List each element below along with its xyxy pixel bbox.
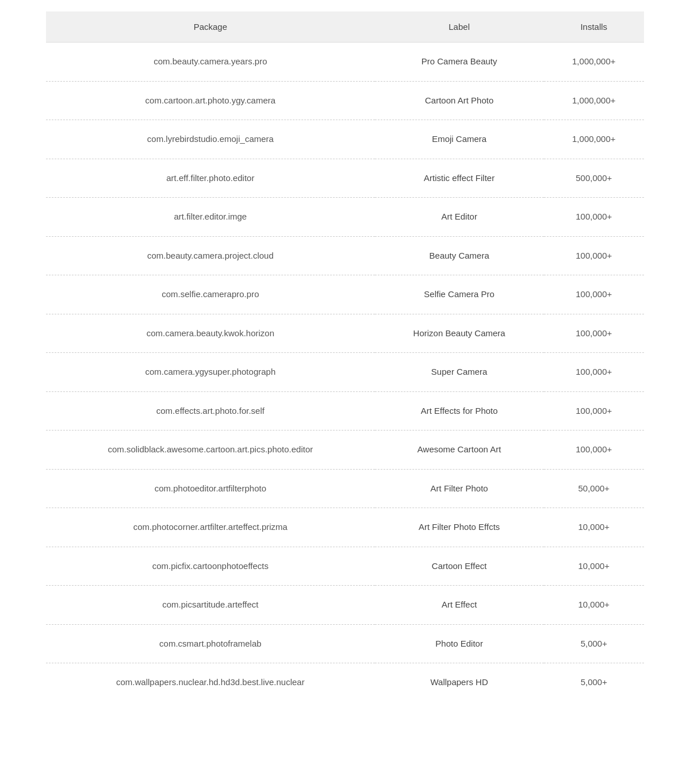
cell-package: com.beauty.camera.project.cloud: [46, 236, 375, 275]
cell-installs: 100,000+: [544, 198, 644, 237]
cell-label: Art Editor: [375, 198, 544, 237]
cell-installs: 50,000+: [544, 469, 644, 508]
cell-label: Artistic effect Filter: [375, 159, 544, 198]
cell-installs: 10,000+: [544, 547, 644, 586]
cell-package: com.photocorner.artfilter.arteffect.priz…: [46, 508, 375, 547]
cell-installs: 5,000+: [544, 663, 644, 702]
table-row: com.cartoon.art.photo.ygy.cameraCartoon …: [46, 81, 644, 120]
table-row: com.camera.beauty.kwok.horizonHorizon Be…: [46, 314, 644, 353]
cell-label: Horizon Beauty Camera: [375, 314, 544, 353]
table-row: com.lyrebirdstudio.emoji_cameraEmoji Cam…: [46, 120, 644, 159]
cell-package: art.filter.editor.imge: [46, 198, 375, 237]
cell-installs: 10,000+: [544, 586, 644, 625]
cell-label: Pro Camera Beauty: [375, 43, 544, 82]
table-row: com.wallpapers.nuclear.hd.hd3d.best.live…: [46, 663, 644, 702]
cell-label: Beauty Camera: [375, 236, 544, 275]
cell-installs: 100,000+: [544, 391, 644, 431]
cell-package: com.csmart.photoframelab: [46, 624, 375, 663]
cell-label: Art Effects for Photo: [375, 391, 544, 431]
table-row: art.eff.filter.photo.editorArtistic effe…: [46, 159, 644, 198]
col-header-installs: Installs: [544, 11, 644, 43]
cell-package: com.beauty.camera.years.pro: [46, 43, 375, 82]
cell-package: com.picfix.cartoonphotoeffects: [46, 547, 375, 586]
data-table: Package Label Installs com.beauty.camera…: [46, 11, 644, 702]
table-row: com.effects.art.photo.for.selfArt Effect…: [46, 391, 644, 431]
table-row: com.photoeditor.artfilterphotoArt Filter…: [46, 469, 644, 508]
cell-label: Photo Editor: [375, 624, 544, 663]
cell-package: art.eff.filter.photo.editor: [46, 159, 375, 198]
cell-label: Super Camera: [375, 353, 544, 392]
table-header-row: Package Label Installs: [46, 11, 644, 43]
table-row: com.picsartitude.arteffectArt Effect10,0…: [46, 586, 644, 625]
table-row: com.picfix.cartoonphotoeffectsCartoon Ef…: [46, 547, 644, 586]
cell-label: Cartoon Art Photo: [375, 81, 544, 120]
cell-package: com.camera.ygysuper.photograph: [46, 353, 375, 392]
cell-installs: 10,000+: [544, 508, 644, 547]
table-row: com.beauty.camera.project.cloudBeauty Ca…: [46, 236, 644, 275]
table-row: com.photocorner.artfilter.arteffect.priz…: [46, 508, 644, 547]
col-header-label: Label: [375, 11, 544, 43]
table-row: com.camera.ygysuper.photographSuper Came…: [46, 353, 644, 392]
cell-package: com.picsartitude.arteffect: [46, 586, 375, 625]
table-row: com.csmart.photoframelabPhoto Editor5,00…: [46, 624, 644, 663]
cell-label: Emoji Camera: [375, 120, 544, 159]
cell-label: Art Filter Photo Effcts: [375, 508, 544, 547]
cell-installs: 1,000,000+: [544, 81, 644, 120]
cell-installs: 100,000+: [544, 236, 644, 275]
cell-installs: 100,000+: [544, 314, 644, 353]
cell-label: Art Effect: [375, 586, 544, 625]
cell-package: com.solidblack.awesome.cartoon.art.pics.…: [46, 431, 375, 470]
col-header-package: Package: [46, 11, 375, 43]
cell-installs: 5,000+: [544, 624, 644, 663]
cell-package: com.lyrebirdstudio.emoji_camera: [46, 120, 375, 159]
cell-label: Wallpapers HD: [375, 663, 544, 702]
table-row: art.filter.editor.imgeArt Editor100,000+: [46, 198, 644, 237]
cell-package: com.photoeditor.artfilterphoto: [46, 469, 375, 508]
cell-label: Awesome Cartoon Art: [375, 431, 544, 470]
cell-package: com.cartoon.art.photo.ygy.camera: [46, 81, 375, 120]
cell-installs: 100,000+: [544, 353, 644, 392]
cell-installs: 100,000+: [544, 431, 644, 470]
cell-label: Art Filter Photo: [375, 469, 544, 508]
cell-package: com.selfie.camerapro.pro: [46, 275, 375, 314]
cell-installs: 500,000+: [544, 159, 644, 198]
cell-label: Cartoon Effect: [375, 547, 544, 586]
cell-package: com.effects.art.photo.for.self: [46, 391, 375, 431]
table-row: com.selfie.camerapro.proSelfie Camera Pr…: [46, 275, 644, 314]
cell-installs: 1,000,000+: [544, 120, 644, 159]
table-container: Package Label Installs com.beauty.camera…: [0, 0, 690, 713]
cell-installs: 100,000+: [544, 275, 644, 314]
cell-installs: 1,000,000+: [544, 43, 644, 82]
table-row: com.solidblack.awesome.cartoon.art.pics.…: [46, 431, 644, 470]
cell-package: com.camera.beauty.kwok.horizon: [46, 314, 375, 353]
cell-package: com.wallpapers.nuclear.hd.hd3d.best.live…: [46, 663, 375, 702]
table-row: com.beauty.camera.years.proPro Camera Be…: [46, 43, 644, 82]
cell-label: Selfie Camera Pro: [375, 275, 544, 314]
